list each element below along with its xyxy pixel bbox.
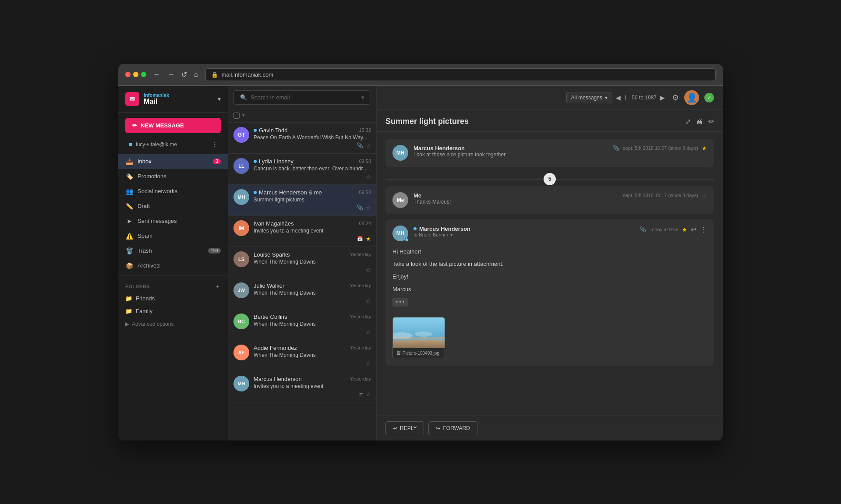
account-menu-button[interactable]: ⋮ (211, 141, 217, 148)
list-item[interactable]: LL Lydia Lindsey 09:58 Cancun is back, b… (228, 154, 376, 185)
edit-button[interactable]: ✏ (708, 117, 714, 126)
sidebar-item-archived[interactable]: 📦 Archived (118, 258, 228, 273)
list-item[interactable]: JW Julie Walker Yesterday When The Morni… (228, 278, 376, 309)
sidebar-item-inbox[interactable]: 📥 Inbox 3 (118, 154, 228, 169)
folder-friends[interactable]: 📁 Friends (118, 292, 228, 305)
message-meta: 📎 sept. 5th 2018 10:07 (since 3 days) ★ (613, 145, 707, 152)
sender-avatar: MH (392, 145, 408, 161)
select-dropdown[interactable]: ▾ (242, 113, 245, 118)
address-bar[interactable]: 🔒 mail.infomaniak.com (205, 68, 716, 81)
email-subject: Invites you to a meeting event (254, 383, 371, 389)
email-actions: ⇄ ☆ (254, 391, 371, 398)
more-options-button[interactable]: ⋮ (700, 226, 707, 234)
avatar: LS (233, 251, 249, 267)
settings-button[interactable]: ⚙ (672, 93, 679, 102)
avatar: BC (233, 314, 249, 329)
sidebar-item-trash[interactable]: 🗑️ Trash 194 (118, 243, 228, 258)
star-button[interactable]: ☆ (366, 360, 371, 367)
brand-dropdown[interactable]: ▾ (218, 95, 221, 102)
sidebar: ✉ Infomaniak Mail ▾ ✏ NEW MESSAGE lucy-v… (118, 86, 228, 441)
reply-quick-button[interactable]: ↩ (691, 226, 696, 234)
online-dot (254, 191, 257, 194)
all-messages-dropdown[interactable]: All messages ▾ (566, 92, 612, 103)
prev-page-button[interactable]: ◀ (616, 94, 621, 101)
user-avatar[interactable]: 👤 (684, 90, 699, 105)
folder-family[interactable]: 📁 Family (118, 305, 228, 317)
dropdown-arrow-icon: ▾ (605, 95, 608, 101)
detail-header: Summer light pictures ⤢ 🖨 ✏ (377, 110, 723, 132)
archived-icon: 📦 (125, 262, 133, 269)
add-folder-button[interactable]: ＋ (215, 282, 221, 290)
star-button[interactable]: ☆ (366, 391, 371, 398)
attachment-icon: 📎 (357, 204, 363, 211)
email-content: Marcus Henderson & me 09:58 Summer light… (254, 189, 371, 211)
email-time: Yesterday (350, 345, 371, 350)
avatar: JW (233, 282, 249, 298)
next-page-button[interactable]: ▶ (660, 94, 665, 101)
maximize-button[interactable] (141, 72, 146, 77)
list-item[interactable]: IM Ivan Magalhães 08:24 Invites you to a… (228, 216, 376, 247)
minimize-button[interactable] (133, 72, 138, 77)
attachment-indicator: 📎 (613, 145, 619, 151)
star-button[interactable]: ☆ (366, 298, 371, 304)
svg-point-3 (415, 331, 432, 337)
refresh-button[interactable]: ↺ (180, 69, 189, 81)
draft-label: Draft (138, 203, 150, 209)
traffic-lights (125, 72, 146, 77)
sidebar-item-sent[interactable]: ➤ Sent messages (118, 214, 228, 229)
message-header-3[interactable]: MH Marcus Henderson to Bruce Banner ▾ (385, 219, 714, 247)
message-header-2[interactable]: Me Me Thanks Marcus! sept. 5th 2018 10:1… (385, 186, 714, 214)
star-toggle[interactable]: ★ (702, 145, 707, 152)
account-email: lucy-vitale@ik.me (136, 141, 177, 148)
star-button[interactable]: ☆ (366, 329, 371, 335)
list-item[interactable]: GT Gavin Todd 15:32 Peace On Earth A Won… (228, 123, 376, 154)
select-all-checkbox[interactable] (233, 113, 240, 119)
star-button[interactable]: ☆ (366, 267, 371, 273)
star-button[interactable]: ☆ (366, 173, 371, 180)
list-item[interactable]: MH Marcus Henderson & me 09:58 Summer li… (228, 185, 376, 216)
home-button[interactable]: ⌂ (192, 69, 200, 80)
print-button[interactable]: 🖨 (696, 117, 703, 126)
message-time: sept. 5th 2018 10:17 (since 3 days) (623, 193, 698, 198)
forward-button[interactable]: → (166, 69, 176, 80)
reply-button[interactable]: ↩ REPLY (385, 421, 424, 435)
forward-button[interactable]: ↪ FORWARD (428, 421, 477, 435)
list-item[interactable]: LS Louise Sparks Yesterday When The Morn… (228, 247, 376, 278)
sidebar-item-social[interactable]: 👥 Social networks (118, 184, 228, 199)
list-item[interactable]: BC Bertie Collins Yesterday When The Mor… (228, 309, 376, 340)
star-button[interactable]: ☆ (366, 142, 371, 149)
email-subject: When The Morning Dawns (254, 290, 371, 296)
recipient-info: to Bruce Banner ▾ (413, 232, 634, 238)
social-icon: 👥 (125, 188, 133, 195)
expand-icon[interactable]: ⤢ (685, 117, 691, 126)
email-subject: Invites you to a meeting event (254, 228, 371, 234)
search-bar[interactable]: 🔍 Search in email ▾ (233, 90, 371, 105)
new-message-button[interactable]: ✏ NEW MESSAGE (125, 118, 221, 133)
recipient-chevron[interactable]: ▾ (450, 232, 453, 238)
sidebar-item-promotions[interactable]: 🏷️ Promotions (118, 169, 228, 184)
messages-area: MH Marcus Henderson Look at those nice p… (377, 132, 723, 416)
advanced-options-label: Advanced options (132, 321, 173, 327)
list-item[interactable]: MH Marcus Henderson Yesterday Invites yo… (228, 371, 376, 402)
star-toggle[interactable]: ☆ (702, 192, 707, 199)
attachment-preview[interactable]: 🖼 Picture-100493.jpg (392, 317, 445, 359)
sidebar-header: ✉ Infomaniak Mail ▾ (118, 86, 228, 113)
list-item[interactable]: AF Addie Fernandez Yesterday When The Mo… (228, 340, 376, 371)
close-button[interactable] (125, 72, 131, 77)
email-list-panel: 🔍 Search in email ▾ ▾ GT Gavin Todd (228, 86, 377, 441)
star-toggle[interactable]: ★ (682, 226, 687, 233)
attachment-icon: 📎 (357, 142, 363, 148)
show-more-button[interactable]: • • • (392, 298, 408, 307)
brand-text: Infomaniak Mail (144, 92, 169, 106)
star-button[interactable]: ★ (366, 236, 371, 242)
brand-name: Infomaniak (144, 92, 169, 98)
star-button[interactable]: ☆ (366, 204, 371, 211)
advanced-options[interactable]: ▶ Advanced options (118, 317, 228, 331)
compose-icon: ✏ (132, 122, 137, 129)
back-button[interactable]: ← (152, 69, 162, 80)
message-header-1[interactable]: MH Marcus Henderson Look at those nice p… (385, 139, 714, 167)
email-sender-row: Julie Walker Yesterday (254, 282, 371, 289)
detail-actions: ⤢ 🖨 ✏ (685, 117, 714, 126)
sidebar-item-draft[interactable]: ✏️ Draft (118, 199, 228, 214)
sidebar-item-spam[interactable]: ⚠️ Spam (118, 229, 228, 243)
